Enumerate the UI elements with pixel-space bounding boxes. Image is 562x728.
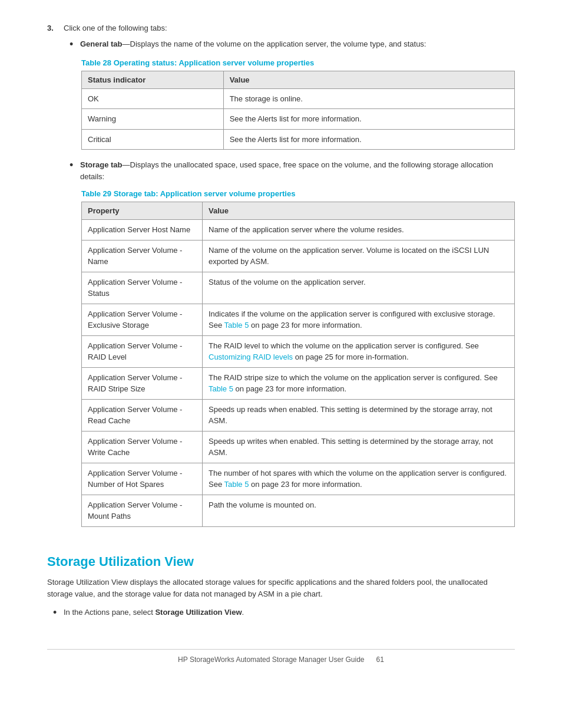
customizing-raid-link[interactable]: Customizing RAID levels	[209, 353, 293, 361]
table5-link-2[interactable]: Table 5	[209, 384, 233, 393]
table28-row: CriticalSee the Alerts list for more inf…	[82, 129, 515, 150]
table28-col2-header: Value	[223, 71, 514, 88]
table28-cell-value: See the Alerts list for more information…	[223, 129, 514, 150]
table29-row: Application Server Volume - StatusStatus…	[82, 272, 515, 304]
general-tab-text: General tab—Displays the name of the vol…	[80, 38, 515, 51]
table29-cell-property: Application Server Volume - Write Cache	[82, 431, 203, 463]
table29-container: Table 29 Storage tab: Application server…	[64, 189, 515, 527]
table29-cell-property: Application Server Volume - Mount Paths	[82, 495, 203, 526]
section-bullet-bold: Storage Utilization View	[155, 608, 242, 617]
general-tab-separator: —	[123, 39, 130, 48]
table29-cell-value: The number of hot spares with which the …	[203, 463, 515, 495]
table29-col2-header: Value	[203, 202, 515, 220]
table28-cell-value: The storage is online.	[223, 88, 514, 109]
section-bullet-text: In the Actions pane, select Storage Util…	[64, 607, 515, 620]
storage-tab-label: Storage tab	[80, 160, 123, 169]
table29-cell-property: Application Server Volume - Read Cache	[82, 399, 203, 431]
table29-cell-value: Name of the volume on the application se…	[203, 240, 515, 272]
section-bullet-icon: •	[53, 607, 59, 620]
table28-col1-header: Status indicator	[82, 71, 224, 88]
table29-cell-value: The RAID stripe size to which the volume…	[203, 367, 515, 399]
table29-row: Application Server Volume - RAID LevelTh…	[82, 335, 515, 367]
section-storage-utilization: Storage Utilization View Storage Utiliza…	[47, 554, 515, 620]
table29-row: Application Server Volume - Write CacheS…	[82, 431, 515, 463]
bullet-storage-tab: • Storage tab—Displays the unallocated s…	[64, 159, 515, 182]
bullet-icon-2: •	[70, 159, 75, 182]
table28-container: Table 28 Operating status: Application s…	[64, 58, 515, 150]
general-tab-body: Displays the name of the volume on the a…	[130, 39, 427, 48]
table29-title: Table 29 Storage tab: Application server…	[81, 189, 515, 198]
table28-title: Table 28 Operating status: Application s…	[81, 58, 515, 67]
table29-row: Application Server Host NameName of the …	[82, 220, 515, 241]
table28-cell-value: See the Alerts list for more information…	[223, 109, 514, 130]
table28-row: WarningSee the Alerts list for more info…	[82, 109, 515, 130]
table28-cell-indicator: OK	[82, 88, 224, 109]
general-tab-label: General tab	[80, 39, 123, 48]
table5-link-1[interactable]: Table 5	[224, 321, 249, 330]
table28-row: OKThe storage is online.	[82, 88, 515, 109]
section-title: Storage Utilization View	[47, 554, 515, 569]
section-bullet: • In the Actions pane, select Storage Ut…	[47, 607, 515, 620]
table29-cell-property: Application Server Host Name	[82, 220, 203, 241]
step-3: 3. Click one of the following tabs: • Ge…	[47, 24, 515, 536]
table29-row: Application Server Volume - Mount PathsP…	[82, 495, 515, 526]
step-text: Click one of the following tabs:	[64, 24, 167, 32]
table29-cell-property: Application Server Volume - Number of Ho…	[82, 463, 203, 495]
storage-tab-body: Displays the unallocated space, used spa…	[80, 160, 493, 181]
section-bullet-prefix: In the Actions pane, select	[64, 608, 155, 617]
table29-header-row: Property Value	[82, 202, 515, 220]
footer: HP StorageWorks Automated Storage Manage…	[47, 649, 515, 664]
table29-cell-value: Path the volume is mounted on.	[203, 495, 515, 526]
table29-row: Application Server Volume - Read CacheSp…	[82, 399, 515, 431]
storage-tab-text: Storage tab—Displays the unallocated spa…	[80, 159, 515, 182]
table28: Status indicator Value OKThe storage is …	[81, 71, 515, 150]
table29-cell-property: Application Server Volume - Status	[82, 272, 203, 304]
table29-row: Application Server Volume - Number of Ho…	[82, 463, 515, 495]
table28-cell-indicator: Critical	[82, 129, 224, 150]
step-number: 3.	[47, 24, 59, 536]
table28-cell-indicator: Warning	[82, 109, 224, 130]
section-body: Storage Utilization View displays the al…	[47, 577, 515, 601]
table29-cell-value: Status of the volume on the application …	[203, 272, 515, 304]
table29-cell-value: The RAID level to which the volume on th…	[203, 335, 515, 367]
table28-header-row: Status indicator Value	[82, 71, 515, 88]
table29-col1-header: Property	[82, 202, 203, 220]
table29-cell-value: Speeds up reads when enabled. This setti…	[203, 399, 515, 431]
table29-cell-value: Name of the application server where the…	[203, 220, 515, 241]
table5-link-3[interactable]: Table 5	[224, 480, 249, 489]
bullet-general-tab: • General tab—Displays the name of the v…	[64, 38, 515, 51]
table29-cell-property: Application Server Volume - RAID Level	[82, 335, 203, 367]
table29-row: Application Server Volume - NameName of …	[82, 240, 515, 272]
section-bullet-end: .	[242, 608, 244, 617]
footer-page: 61	[376, 655, 384, 664]
table29: Property Value Application Server Host N…	[81, 202, 515, 527]
table29-cell-property: Application Server Volume - Name	[82, 240, 203, 272]
table29-row: Application Server Volume - RAID Stripe …	[82, 367, 515, 399]
table29-row: Application Server Volume - Exclusive St…	[82, 304, 515, 335]
table29-cell-value: Speeds up writes when enabled. This sett…	[203, 431, 515, 463]
table29-cell-property: Application Server Volume - Exclusive St…	[82, 304, 203, 335]
footer-text: HP StorageWorks Automated Storage Manage…	[178, 655, 364, 664]
bullet-icon: •	[70, 38, 75, 51]
table29-cell-property: Application Server Volume - RAID Stripe …	[82, 367, 203, 399]
storage-tab-separator: —	[123, 160, 130, 169]
table29-cell-value: Indicates if the volume on the applicati…	[203, 304, 515, 335]
